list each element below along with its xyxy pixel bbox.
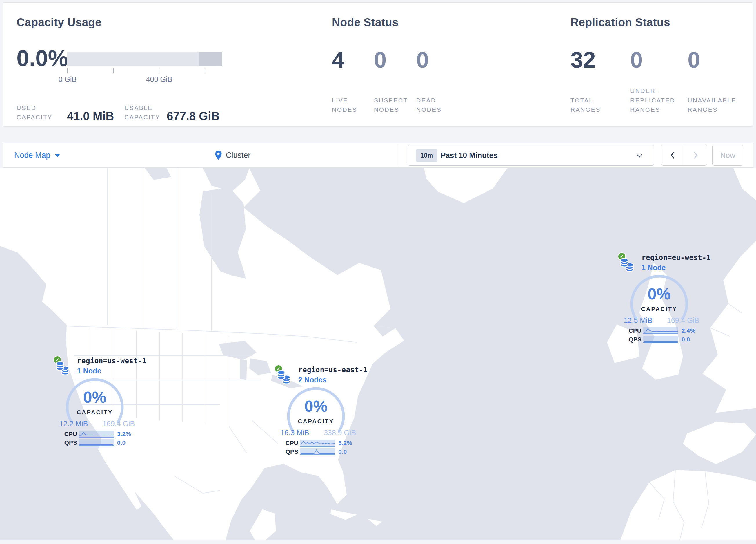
- axis-tick: [67, 68, 68, 73]
- suspect-nodes-count: 0: [374, 48, 416, 71]
- qps-label: QPS: [53, 439, 77, 446]
- qps-label: QPS: [275, 448, 298, 455]
- total-capacity: 169.4 GiB: [96, 420, 141, 428]
- cpu-value: 2.4%: [682, 327, 695, 334]
- capacity-values-row: USED CAPACITY 41.0 MiB USABLE CAPACITY 6…: [17, 96, 225, 125]
- cpu-label: CPU: [618, 327, 641, 334]
- dead-nodes-count: 0: [416, 48, 429, 71]
- used-capacity: 12.5 MiB: [616, 316, 660, 325]
- toolbar-divider: [397, 145, 397, 165]
- qps-value: 0.0: [338, 448, 347, 455]
- node-status-title: Node Status: [332, 16, 399, 29]
- axis-tick: [159, 68, 159, 73]
- chevron-down-icon: [636, 154, 643, 157]
- axis-tick: [205, 68, 205, 73]
- region-marker-us-west-1[interactable]: ✓ region=us-west-1 1 Node 0% CAPACITY 12…: [53, 354, 143, 450]
- capacity-percent: 0%: [66, 389, 124, 405]
- region-marker-eu-west-1[interactable]: ✓ region=eu-west-1 1 Node 0% CAPACITY 12…: [618, 251, 708, 347]
- view-selector-label: Node Map: [14, 151, 50, 160]
- cpu-sparkline: [79, 431, 114, 438]
- database-icon: [620, 257, 635, 272]
- capacity-bar-chart: 0 GiB 400 GiB: [67, 52, 222, 66]
- time-range-label: Past 10 Minutes: [441, 151, 498, 160]
- qps-value: 0.0: [117, 439, 126, 446]
- replication-status-title: Replication Status: [570, 16, 670, 29]
- qps-value: 0.0: [682, 336, 690, 343]
- node-count-label: 1 Node: [77, 367, 101, 375]
- database-icon: [277, 370, 291, 385]
- qps-sparkline: [643, 336, 678, 343]
- axis-tick: [113, 68, 114, 73]
- breadcrumb-label: Cluster: [226, 151, 251, 160]
- node-count-label: 2 Nodes: [298, 376, 326, 384]
- cpu-value: 3.2%: [117, 431, 131, 438]
- time-range-select[interactable]: 10m Past 10 Minutes: [408, 145, 654, 166]
- capacity-usage-title: Capacity Usage: [17, 16, 101, 29]
- node-count-label: 1 Node: [641, 263, 666, 272]
- cpu-value: 5.2%: [338, 440, 352, 447]
- database-icon: [56, 361, 70, 376]
- view-selector-dropdown[interactable]: Node Map: [14, 143, 60, 167]
- total-ranges-label: TOTAL RANGES: [570, 96, 608, 115]
- chevron-left-icon: [670, 151, 675, 159]
- next-time-window-button[interactable]: [684, 145, 707, 165]
- qps-sparkline: [300, 448, 335, 455]
- under-replicated-ranges-count: 0: [630, 48, 688, 71]
- breadcrumb[interactable]: Cluster: [215, 143, 251, 167]
- caret-down-icon: [55, 154, 60, 157]
- axis-tick-label: 400 GiB: [146, 75, 172, 84]
- live-nodes-count: 4: [332, 48, 374, 71]
- used-capacity: 16.3 MiB: [273, 429, 317, 437]
- dead-nodes-label: DEAD NODES: [416, 96, 450, 115]
- usable-capacity-label: USABLE CAPACITY: [124, 103, 163, 122]
- cpu-sparkline: [300, 440, 335, 447]
- axis-tick-label: 0 GiB: [59, 75, 77, 84]
- usable-capacity-value: 677.8 GiB: [167, 110, 219, 123]
- used-capacity-value: 41.0 MiB: [67, 110, 114, 123]
- under-replicated-ranges-label: UNDER-REPLICATED RANGES: [630, 86, 680, 115]
- total-capacity: 338.9 GiB: [317, 429, 362, 437]
- capacity-percent: 0%: [630, 286, 688, 302]
- previous-time-window-button[interactable]: [661, 145, 684, 165]
- now-button[interactable]: Now: [712, 145, 743, 166]
- total-capacity: 169.4 GiB: [661, 316, 706, 325]
- cpu-label: CPU: [53, 431, 77, 438]
- suspect-nodes-label: SUSPECT NODES: [374, 96, 410, 115]
- qps-sparkline: [79, 439, 114, 446]
- cpu-metric-row: CPU 2.4%: [618, 327, 708, 335]
- cluster-stats-panel: Capacity Usage 0.0% 0 GiB 400 GiB USED C…: [3, 2, 753, 127]
- lake-michigan: [240, 359, 247, 380]
- capacity-used-percent: 0.0%: [17, 47, 68, 69]
- total-ranges-count: 32: [570, 48, 630, 71]
- qps-metric-row: QPS 0.0: [618, 336, 708, 344]
- used-capacity: 12.2 MiB: [52, 420, 95, 428]
- cpu-label: CPU: [275, 440, 298, 447]
- region-marker-us-east-1[interactable]: ✓ region=us-east-1 2 Nodes 0% CAPACITY 1…: [275, 363, 364, 459]
- region-label: region=us-east-1: [298, 366, 368, 374]
- qps-label: QPS: [618, 336, 641, 343]
- capacity-gauge-label: CAPACITY: [66, 409, 124, 416]
- unavailable-ranges-count: 0: [688, 48, 700, 71]
- time-window-arrows: [661, 145, 707, 166]
- chevron-right-icon: [693, 151, 698, 159]
- region-label: region=eu-west-1: [641, 253, 711, 262]
- qps-metric-row: QPS 0.0: [275, 448, 364, 456]
- map-toolbar: Node Map Cluster 10m Past 10 Minutes Now: [3, 143, 753, 168]
- map-pin-icon: [215, 150, 222, 160]
- capacity-percent: 0%: [287, 398, 345, 414]
- cpu-metric-row: CPU 3.2%: [53, 431, 143, 438]
- cpu-metric-row: CPU 5.2%: [275, 440, 364, 447]
- capacity-bar-reserved-segment: [199, 52, 222, 66]
- cpu-sparkline: [643, 327, 678, 334]
- region-label: region=us-west-1: [77, 357, 146, 365]
- qps-metric-row: QPS 0.0: [53, 439, 143, 447]
- capacity-gauge-label: CAPACITY: [287, 418, 345, 425]
- time-range-badge: 10m: [416, 149, 437, 162]
- live-nodes-label: LIVE NODES: [332, 96, 366, 115]
- capacity-gauge-label: CAPACITY: [630, 306, 688, 313]
- unavailable-ranges-label: UNAVAILABLE RANGES: [688, 96, 741, 115]
- used-capacity-label: USED CAPACITY: [17, 103, 56, 122]
